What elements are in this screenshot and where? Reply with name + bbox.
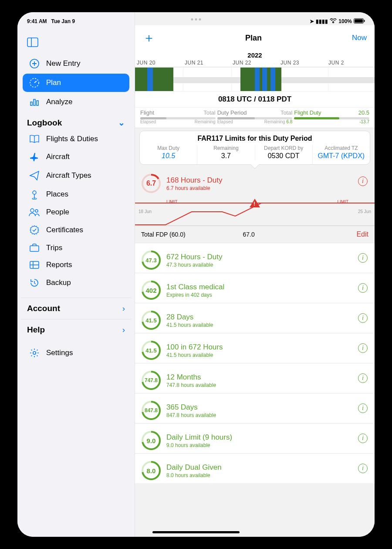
far117-cell: Acclimated TZGMT-7 (KPDX): [313, 145, 370, 164]
now-button[interactable]: Now: [352, 34, 367, 42]
svg-rect-10: [30, 102, 32, 105]
sidebar-item-analyze[interactable]: Analyze: [23, 93, 129, 111]
limit-sub: Expires in 402 days: [166, 292, 224, 298]
suitcase-icon: [29, 244, 40, 252]
limit-row[interactable]: 847.8365 Days847.8 hours availablei: [135, 393, 375, 423]
info-icon[interactable]: i: [358, 464, 368, 473]
signal-icon: ▮▮▮▮: [316, 18, 328, 24]
timeline[interactable]: 2022 JUN 20JUN 21JUN 22JUN 23JUN 2 0818 …: [135, 51, 375, 108]
limit-sub: 47.3 hours available: [166, 262, 223, 268]
backup-icon: [29, 278, 40, 288]
sidebar-section-account[interactable]: Account ›: [21, 298, 131, 319]
svg-rect-1: [355, 19, 363, 23]
paperplane-icon: [29, 170, 40, 181]
sidebar-item-people[interactable]: People: [23, 204, 129, 220]
timeline-date[interactable]: JUN 22: [231, 59, 279, 67]
info-icon[interactable]: i: [358, 176, 368, 186]
limit-ring: 41.5: [141, 340, 161, 360]
battery-pct: 100%: [338, 18, 352, 24]
limit-sub: 847.8 hours available: [166, 412, 216, 418]
sidebar-item-plan[interactable]: Plan: [23, 74, 129, 92]
sidebar-toggle[interactable]: [21, 34, 131, 54]
battery-icon: [354, 18, 365, 25]
info-icon[interactable]: i: [358, 434, 368, 443]
chevron-right-icon: ›: [122, 304, 125, 313]
svg-point-18: [35, 210, 38, 212]
chevron-down-icon: ⌄: [118, 118, 125, 128]
cert-icon: [29, 225, 40, 235]
chevron-right-icon: ›: [122, 325, 125, 335]
sidebar-item-label: Places: [46, 190, 68, 199]
sidebar-item-places[interactable]: Places: [23, 185, 129, 203]
metrics-row: FlightTotal ElapsedRemaining Duty Period…: [135, 108, 375, 128]
limit-row[interactable]: 8.0Daily Dual Given8.0 hours availablei: [135, 453, 375, 483]
metric-flight: FlightTotal ElapsedRemaining: [140, 109, 216, 124]
limit-sub: 9.0 hours available: [166, 442, 232, 448]
sidebar-item-flights-duties[interactable]: Flights & Duties: [23, 131, 129, 147]
limit-row-critical[interactable]: 6.7 168 Hours - Duty 6.7 hours available…: [135, 167, 375, 195]
limit-sub: 41.5 hours available: [166, 352, 223, 358]
sidebar-item-settings[interactable]: Settings: [23, 344, 129, 362]
plus-circle-icon: [29, 58, 40, 69]
pin-icon: [29, 189, 40, 200]
svg-rect-3: [27, 38, 38, 47]
warning-icon: [250, 199, 260, 207]
sidebar-item-label: People: [46, 208, 69, 217]
limit-ring: 402: [141, 280, 161, 300]
info-icon[interactable]: i: [358, 283, 368, 293]
timeline-date[interactable]: JUN 20: [135, 59, 183, 67]
svg-rect-11: [34, 99, 35, 105]
limit-title: 100 in 672 Hours: [166, 343, 223, 352]
sidebar-item-label: Flights & Duties: [46, 135, 98, 143]
sidebar-item-trips[interactable]: Trips: [23, 240, 129, 256]
sidebar-item-label: New Entry: [46, 59, 80, 68]
svg-line-9: [34, 81, 37, 83]
far117-title: FAR117 Limits for this Duty Period: [140, 131, 370, 145]
home-indicator[interactable]: [152, 531, 240, 533]
edit-button[interactable]: Edit: [356, 230, 368, 238]
limit-title: 168 Hours - Duty: [166, 176, 223, 185]
limit-row[interactable]: 4021st Class medicalExpires in 402 daysi: [135, 273, 375, 303]
sidebar: New Entry Plan Analyze Logbook ⌄ Flights…: [17, 12, 135, 537]
limit-title: Daily Limit (9 hours): [166, 433, 232, 442]
timeline-date[interactable]: JUN 2: [327, 59, 375, 67]
timeline-track[interactable]: [135, 67, 375, 91]
sidebar-item-backup[interactable]: Backup: [23, 274, 129, 292]
fdp-label: Total FDP (60.0): [141, 231, 186, 238]
timeline-date[interactable]: JUN 23: [279, 59, 327, 67]
timeline-date[interactable]: JUN 21: [183, 59, 231, 67]
airplane-icon: [29, 152, 40, 162]
limit-row[interactable]: 47.3672 Hours - Duty47.3 hours available…: [135, 243, 375, 273]
help-header-label: Help: [27, 325, 45, 335]
sidebar-item-label: Reports: [46, 261, 72, 269]
limit-ring: 747.8: [141, 370, 161, 390]
sidebar-item-label: Analyze: [46, 98, 72, 106]
sidebar-item-certificates[interactable]: Certificates: [23, 221, 129, 239]
info-icon[interactable]: i: [358, 253, 368, 263]
sidebar-item-aircraft[interactable]: Aircraft: [23, 148, 129, 166]
far117-card: FAR117 Limits for this Duty Period Max D…: [139, 131, 370, 165]
limit-row[interactable]: 747.812 Months747.8 hours availablei: [135, 363, 375, 393]
info-icon[interactable]: i: [358, 343, 368, 353]
limit-ring: 8.0: [141, 461, 161, 481]
info-icon[interactable]: i: [358, 373, 368, 383]
info-icon[interactable]: i: [358, 313, 368, 323]
limit-sub: 8.0 hours available: [166, 472, 222, 478]
limit-row[interactable]: 41.528 Days41.5 hours availablei: [135, 303, 375, 333]
sidebar-item-new-entry[interactable]: New Entry: [23, 54, 129, 73]
sidebar-item-reports[interactable]: Reports: [23, 257, 129, 273]
limit-sub: 41.5 hours available: [166, 322, 213, 328]
sidebar-section-logbook[interactable]: Logbook ⌄: [21, 112, 131, 130]
sidebar-item-aircraft-types[interactable]: Aircraft Types: [23, 166, 129, 185]
bars-icon: [29, 97, 40, 107]
add-button[interactable]: ＋: [143, 30, 155, 46]
far117-cell: Remaining3.7: [197, 145, 255, 164]
limit-row[interactable]: 9.0Daily Limit (9 hours)9.0 hours availa…: [135, 423, 375, 453]
fdp-value: 67.0: [243, 231, 255, 238]
limit-row[interactable]: 41.5100 in 672 Hours41.5 hours available…: [135, 333, 375, 363]
info-icon[interactable]: i: [358, 403, 368, 413]
sidebar-section-help[interactable]: Help ›: [21, 319, 131, 340]
status-time: 9:41 AM: [27, 18, 47, 24]
svg-rect-19: [30, 246, 39, 251]
multitask-dots[interactable]: [191, 18, 201, 20]
